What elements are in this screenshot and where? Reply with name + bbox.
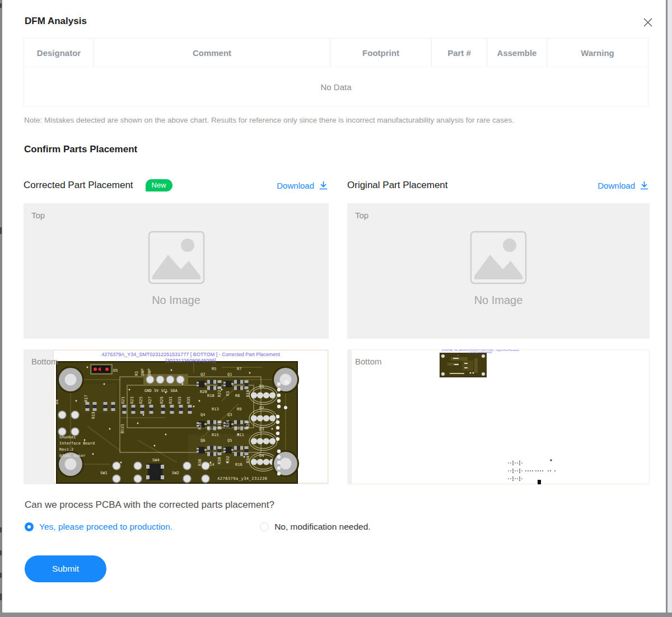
svg-text:R28: R28	[198, 422, 202, 429]
svg-text:R34: R34	[246, 456, 250, 463]
svg-text:D3: D3	[259, 427, 264, 432]
dfm-results-table: Designator Comment Footprint Part # Asse…	[24, 38, 648, 107]
original-title: Original Part Placement	[347, 180, 448, 191]
no-image-icon	[469, 230, 528, 285]
download-icon	[318, 180, 329, 191]
bottom-side-label: Bottom	[355, 357, 382, 366]
corrected-title: Corrected Part Placement	[24, 180, 133, 191]
svg-text:4276379a_y34_231226: 4276379a_y34_231226	[217, 476, 268, 481]
svg-text:R19: R19	[91, 412, 96, 419]
svg-text:R3: R3	[226, 391, 230, 396]
svg-text:R6: R6	[235, 394, 240, 398]
radio-yes-label[interactable]: Yes, please proceed to production.	[39, 522, 172, 532]
svg-text:Q4: Q4	[200, 413, 205, 417]
note-text: Note: Mistakes detected are shown on the…	[24, 116, 514, 124]
svg-text:R30: R30	[217, 421, 222, 428]
svg-text:R38: R38	[217, 457, 222, 464]
svg-text:R4: R4	[55, 400, 59, 404]
original-column-header: Original Part Placement Download	[347, 177, 650, 193]
svg-text:R26: R26	[246, 421, 250, 428]
close-button[interactable]	[641, 15, 655, 30]
submit-button[interactable]: Submit	[25, 555, 106, 582]
svg-text:R21: R21	[121, 396, 125, 404]
svg-text:Q3: Q3	[227, 413, 232, 417]
svg-text:R14: R14	[207, 462, 214, 467]
svg-text:Rev1.2: Rev1.2	[59, 447, 73, 452]
svg-text:R5: R5	[212, 367, 216, 371]
svg-text:Q5: Q5	[227, 438, 232, 443]
corrected-bottom-panel: Bottom 4276379A_Y34_SMT02312251531777 [ …	[24, 349, 329, 484]
svg-text:R31: R31	[169, 396, 173, 404]
page-title: DFM Analysis	[25, 16, 87, 27]
svg-text:R32: R32	[226, 456, 230, 463]
no-image-icon	[147, 230, 206, 285]
column-header-footprint: Footprint	[330, 39, 431, 67]
svg-text:R35: R35	[186, 396, 191, 404]
svg-text:R8: R8	[235, 426, 240, 431]
pcba-question: Can we process PCBA with the corrected p…	[25, 499, 274, 511]
svg-text:D2: D2	[259, 406, 264, 410]
dfm-analysis-modal: DFM Analysis Designator Comment Footprin…	[0, 0, 672, 617]
svg-text:Interface Board: Interface Board	[59, 441, 95, 446]
column-header-comment: Comment	[94, 39, 330, 67]
column-header-part: Part #	[431, 39, 487, 67]
new-badge: New	[146, 179, 172, 191]
download-label: Download	[598, 181, 635, 190]
svg-text:R25: R25	[139, 396, 143, 404]
top-side-label: Top	[355, 211, 368, 220]
radio-group: Yes, please proceed to production. No, m…	[25, 521, 371, 532]
radio-no-label[interactable]: No, modification needed.	[274, 522, 370, 532]
svg-text:SW2: SW2	[172, 471, 179, 475]
pcb-image-caption-mini: 4276379A_Y34_SMT02312251531777 [ BOTTOM …	[385, 349, 576, 354]
close-icon	[642, 16, 654, 29]
corrected-download-link[interactable]: Download	[277, 180, 329, 191]
svg-text:R29: R29	[160, 396, 164, 404]
svg-text:R17: R17	[84, 395, 88, 402]
svg-text:R18: R18	[246, 390, 250, 397]
download-icon	[639, 180, 650, 191]
svg-text:R15: R15	[212, 433, 219, 437]
page-left-edge	[0, 0, 2, 617]
svg-text:R20: R20	[200, 390, 207, 394]
svg-text:R13: R13	[212, 407, 219, 412]
page-right-gutter	[668, 0, 672, 617]
stray-footprint-pads	[506, 459, 568, 484]
column-header-warning: Warning	[547, 39, 648, 67]
svg-text:R1: R1	[134, 371, 139, 376]
confirm-section-title: Confirm Parts Placement	[24, 144, 137, 155]
original-bottom-panel: Bottom 4276379A_Y34_SMT02312251531777 [ …	[347, 349, 650, 484]
corrected-top-no-image: No Image	[24, 230, 329, 307]
svg-text:R12: R12	[207, 426, 214, 431]
radio-no[interactable]	[260, 522, 269, 531]
corrected-top-panel: Top No Image	[24, 203, 329, 339]
svg-text:Q6: Q6	[200, 438, 205, 443]
svg-text:Q2: Q2	[200, 372, 205, 377]
svg-text:DNP: DNP	[141, 368, 145, 376]
svg-text:R24: R24	[226, 420, 230, 427]
original-top-panel: Top No Image	[347, 203, 650, 339]
column-header-assemble: Assemble	[487, 39, 547, 67]
top-side-label: Top	[31, 211, 45, 220]
svg-text:R10: R10	[207, 394, 214, 398]
original-bottom-image: 4276379A_Y34_SMT02312251531777 [ BOTTOM …	[351, 349, 650, 484]
svg-text:Shunkei: Shunkei	[59, 435, 76, 440]
svg-text:R23: R23	[130, 396, 134, 404]
svg-text:GND 3V SCL SDA: GND 3V SCL SDA	[144, 389, 178, 393]
svg-text:R16: R16	[235, 462, 242, 467]
svg-text:Q1: Q1	[227, 372, 232, 377]
svg-text:SW1: SW1	[100, 471, 108, 475]
radio-yes[interactable]	[25, 522, 34, 531]
bottom-side-label: Bottom	[31, 357, 58, 366]
corrected-bottom-image: 4276379A_Y34_SMT02312251531777 [ BOTTOM …	[53, 350, 328, 483]
svg-text:D4: D4	[259, 454, 264, 458]
no-image-text: No Image	[347, 294, 650, 307]
svg-text:SW4: SW4	[152, 458, 160, 462]
svg-text:DNP: DNP	[147, 368, 152, 376]
svg-text:R22: R22	[217, 390, 222, 397]
svg-text:R9: R9	[237, 407, 241, 412]
svg-text:R11: R11	[237, 433, 244, 437]
corrected-column-header: Corrected Part Placement New Download	[24, 177, 329, 193]
svg-text:@fumi_maker: @fumi_maker	[59, 454, 85, 458]
original-download-link[interactable]: Download	[598, 180, 650, 191]
svg-text:D5: D5	[113, 368, 118, 373]
